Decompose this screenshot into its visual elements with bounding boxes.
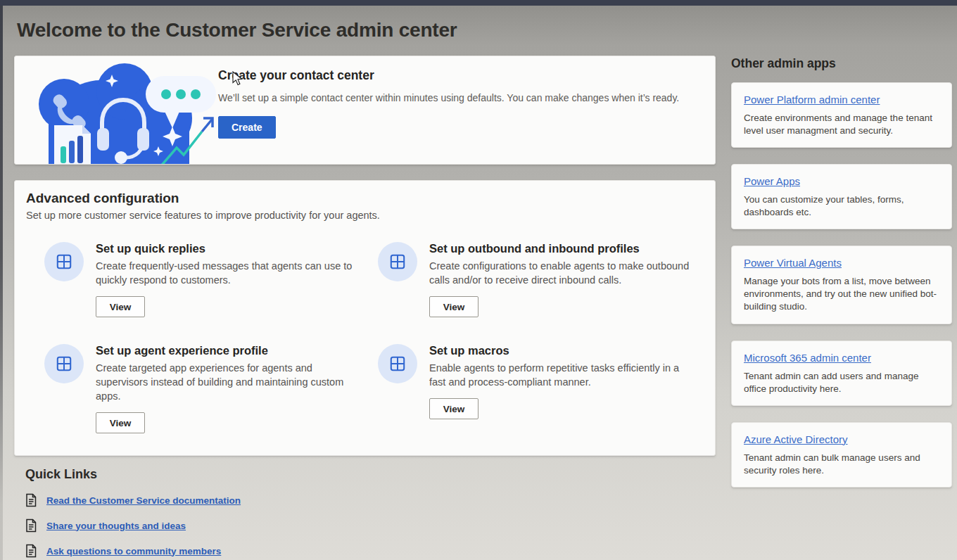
view-agent-experience-button[interactable]: View — [96, 412, 145, 433]
microsoft-365-admin-center-card: Microsoft 365 admin center Tenant admin … — [731, 341, 952, 406]
top-letterbox-bar — [0, 0, 957, 6]
setup-quick-replies-item: Set up quick replies Create frequently-u… — [44, 242, 378, 317]
share-thoughts-link[interactable]: Share your thoughts and ideas — [46, 521, 186, 531]
contact-center-title: Create your contact center — [218, 68, 374, 83]
power-apps-card: Power Apps You can customize your tables… — [731, 164, 952, 229]
document-icon — [25, 544, 37, 558]
advanced-configuration-title: Advanced configuration — [26, 191, 704, 206]
power-platform-admin-center-card: Power Platform admin center Create envir… — [731, 82, 952, 148]
contact-center-card: Create your contact center We’ll set up … — [14, 56, 716, 165]
contact-center-description: We’ll set up a simple contact center wit… — [218, 92, 679, 103]
item-title: Set up agent experience profile — [96, 344, 359, 357]
view-profiles-button[interactable]: View — [429, 296, 479, 317]
table-grid-icon — [378, 344, 417, 383]
setup-agent-experience-profile-item: Set up agent experience profile Create t… — [44, 344, 378, 433]
table-grid-icon — [378, 242, 417, 281]
ask-community-link[interactable]: Ask questions to community members — [46, 546, 221, 556]
card-description: Tenant admin can add users and manage of… — [744, 370, 939, 395]
setup-macros-item: Set up macros Enable agents to perform r… — [378, 344, 711, 433]
left-letterbox-strip — [0, 6, 3, 560]
power-apps-link[interactable]: Power Apps — [744, 175, 800, 187]
table-grid-icon — [44, 242, 84, 281]
view-macros-button[interactable]: View — [429, 398, 479, 419]
azure-active-directory-link[interactable]: Azure Active Directory — [744, 433, 848, 445]
quick-link-row: Read the Customer Service documentation — [25, 493, 241, 507]
setup-outbound-inbound-profiles-item: Set up outbound and inbound profiles Cre… — [378, 242, 711, 317]
report-document-icon — [54, 125, 91, 165]
page-title: Welcome to the Customer Service admin ce… — [17, 19, 457, 42]
power-platform-admin-center-link[interactable]: Power Platform admin center — [744, 94, 880, 106]
advanced-configuration-card: Advanced configuration Set up more custo… — [14, 180, 716, 456]
other-admin-apps-title: Other admin apps — [731, 56, 952, 71]
card-description: Manage your bots from a list, move betwe… — [744, 275, 939, 313]
view-quick-replies-button[interactable]: View — [96, 296, 145, 317]
quick-link-row: Share your thoughts and ideas — [25, 518, 241, 533]
document-icon — [25, 518, 37, 533]
read-documentation-link[interactable]: Read the Customer Service documentation — [46, 495, 241, 506]
quick-link-row: Ask questions to community members — [25, 544, 241, 558]
power-virtual-agents-link[interactable]: Power Virtual Agents — [744, 257, 842, 269]
create-button[interactable]: Create — [218, 116, 276, 139]
contact-center-illustration — [27, 63, 216, 165]
azure-active-directory-card: Azure Active Directory Tenant admin can … — [731, 422, 952, 488]
item-description: Create targeted app experiences for agen… — [96, 361, 359, 403]
advanced-configuration-subtitle: Set up more customer service features to… — [26, 210, 704, 221]
advanced-configuration-grid: Set up quick replies Create frequently-u… — [44, 242, 704, 433]
table-grid-icon — [44, 344, 84, 383]
document-icon — [25, 493, 37, 507]
item-description: Create configurations to enable agents t… — [429, 259, 692, 287]
item-description: Enable agents to perform repetitive task… — [429, 361, 692, 389]
power-virtual-agents-card: Power Virtual Agents Manage your bots fr… — [731, 246, 952, 324]
card-description: Tenant admin can bulk manage users and s… — [744, 452, 939, 477]
item-title: Set up macros — [429, 344, 692, 357]
microsoft-365-admin-center-link[interactable]: Microsoft 365 admin center — [744, 352, 871, 364]
item-description: Create frequently-used messages that age… — [96, 259, 359, 287]
quick-links-section: Quick Links Read the Customer Service do… — [25, 467, 241, 558]
item-title: Set up outbound and inbound profiles — [429, 242, 692, 255]
quick-links-title: Quick Links — [25, 467, 241, 482]
item-title: Set up quick replies — [96, 242, 359, 255]
card-description: Create environments and manage the tenan… — [744, 112, 939, 137]
card-description: You can customize your tables, forms, da… — [744, 193, 939, 219]
other-admin-apps-panel: Other admin apps Power Platform admin ce… — [731, 56, 952, 488]
